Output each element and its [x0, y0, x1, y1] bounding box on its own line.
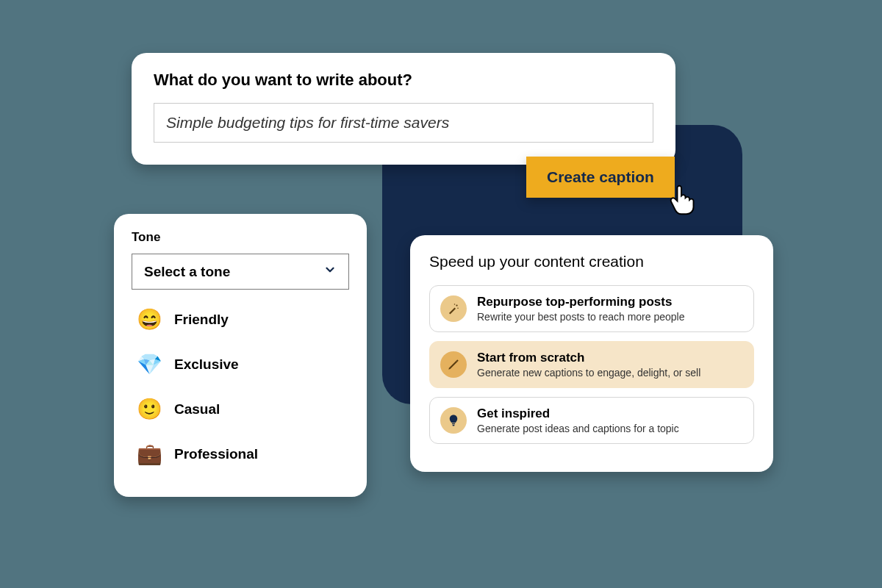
chevron-down-icon [323, 263, 337, 280]
action-title: Get inspired [477, 406, 679, 421]
action-title: Start from scratch [477, 351, 700, 365]
prompt-card: What do you want to write about? [132, 53, 675, 165]
action-start-from-scratch[interactable]: Start from scratch Generate new captions… [429, 341, 754, 388]
svg-point-0 [456, 304, 457, 306]
tone-label: Tone [132, 230, 349, 245]
tone-option-exclusive[interactable]: 💎 Exclusive [132, 342, 349, 387]
action-subtitle: Generate new captions to engage, delight… [477, 367, 700, 379]
prompt-input[interactable] [154, 103, 653, 143]
tone-option-label: Exclusive [174, 356, 239, 373]
diamond-emoji-icon: 💎 [136, 352, 162, 376]
tone-option-label: Casual [174, 401, 220, 417]
content-creation-card: Speed up your content creation Repurpose… [410, 235, 773, 472]
smile-emoji-icon: 😄 [136, 307, 162, 331]
action-title: Repurpose top-performing posts [477, 295, 684, 309]
lightbulb-icon [440, 407, 467, 434]
create-caption-button[interactable]: Create caption [526, 157, 675, 198]
magic-wand-icon [440, 295, 467, 322]
tone-option-friendly[interactable]: 😄 Friendly [132, 297, 349, 342]
tone-option-label: Friendly [174, 312, 229, 328]
tone-card: Tone Select a tone 😄 Friendly 💎 Exclusiv… [114, 214, 367, 497]
tone-select[interactable]: Select a tone [132, 254, 349, 290]
action-subtitle: Rewrite your best posts to reach more pe… [477, 311, 684, 323]
action-get-inspired[interactable]: Get inspired Generate post ideas and cap… [429, 397, 754, 444]
slight-smile-emoji-icon: 🙂 [136, 397, 162, 421]
briefcase-emoji-icon: 💼 [136, 442, 162, 466]
tone-option-label: Professional [174, 446, 258, 462]
svg-point-1 [457, 308, 459, 309]
svg-point-2 [454, 304, 456, 305]
tone-option-casual[interactable]: 🙂 Casual [132, 387, 349, 431]
tone-select-placeholder: Select a tone [144, 264, 230, 280]
svg-rect-3 [452, 423, 456, 425]
prompt-heading: What do you want to write about? [154, 71, 653, 90]
tone-option-professional[interactable]: 💼 Professional [132, 431, 349, 476]
svg-rect-4 [453, 425, 455, 426]
content-heading: Speed up your content creation [429, 253, 754, 270]
action-repurpose-posts[interactable]: Repurpose top-performing posts Rewrite y… [429, 285, 754, 332]
action-subtitle: Generate post ideas and captions for a t… [477, 423, 679, 434]
pencil-icon [440, 351, 467, 378]
